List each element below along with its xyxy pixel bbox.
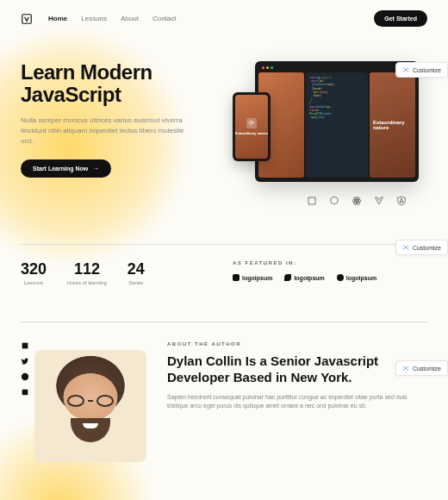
- site-logo-icon: [21, 13, 33, 25]
- laptop-pane-code: const app = () => { return ('div', {clas…: [306, 72, 368, 178]
- customize-button[interactable]: Customize: [395, 360, 448, 376]
- about-label: ABOUT THE AUTHOR: [167, 341, 427, 347]
- nav-contact[interactable]: Contact: [152, 15, 177, 22]
- customize-icon: [402, 244, 409, 251]
- node-icon: [329, 196, 339, 206]
- customize-button[interactable]: Customize: [395, 62, 448, 78]
- about-text: Sapien hendrerit consequat pulvinar hac …: [167, 393, 427, 411]
- customize-icon: [402, 365, 409, 372]
- top-nav: Home Lessons About Contact Get Started: [0, 0, 448, 37]
- logo-mark-icon: [233, 274, 240, 281]
- react-icon: [352, 196, 362, 206]
- laptop-pane-image-right: Extaordinary nature: [370, 72, 415, 178]
- twitter-icon[interactable]: [21, 357, 29, 366]
- refresh-icon: ⟳: [246, 118, 257, 128]
- phone-mockup: ⟳ Extaordinary nature: [233, 92, 271, 161]
- svg-point-3: [352, 199, 361, 203]
- svg-rect-1: [308, 197, 315, 204]
- svg-point-21: [408, 366, 408, 367]
- stat-lessons: 320 Lessons: [21, 260, 47, 285]
- featured-logo: logoipsum: [233, 274, 272, 281]
- svg-point-20: [403, 366, 404, 367]
- social-links: [21, 341, 29, 397]
- stats-section: 320 Lessons 112 Hours of learning 24 Ser…: [0, 245, 448, 301]
- hero-subtitle: Nulla semper rhoncus ultrices varius eui…: [21, 116, 184, 147]
- medium-icon[interactable]: [21, 341, 29, 350]
- svg-point-23: [408, 369, 408, 370]
- svg-point-12: [403, 71, 404, 72]
- svg-point-14: [405, 247, 407, 248]
- logo-mark-icon: [337, 274, 344, 281]
- traffic-light-red-icon: [262, 66, 264, 69]
- device-mockups: const app = () => { return ('div', {clas…: [229, 61, 419, 191]
- featured-section: AS FEATURED IN: logoipsum logoipsum logo…: [233, 260, 427, 281]
- svg-point-17: [403, 248, 404, 249]
- facebook-icon[interactable]: [21, 372, 29, 381]
- svg-rect-8: [22, 390, 28, 396]
- nav-lessons[interactable]: Lessons: [81, 15, 107, 22]
- angular-icon: [396, 196, 407, 206]
- linkedin-icon[interactable]: [21, 388, 29, 397]
- about-title: Dylan Collin Is a Senior Javascript Deve…: [167, 353, 427, 386]
- hero-section: Learn ModernJavaScript Nulla semper rhon…: [0, 37, 448, 223]
- js-icon: [307, 196, 317, 206]
- svg-point-13: [408, 71, 408, 72]
- author-photo: [34, 350, 146, 462]
- arrow-right-icon: →: [93, 166, 99, 172]
- nav-links: Home Lessons About Contact: [48, 15, 374, 22]
- featured-logo: logoipsum: [337, 274, 376, 281]
- svg-point-9: [405, 69, 407, 71]
- svg-point-22: [403, 369, 404, 370]
- customize-icon: [402, 66, 409, 73]
- start-learning-button[interactable]: Start Learning Now→: [21, 159, 111, 178]
- svg-point-7: [22, 373, 28, 380]
- svg-point-19: [405, 367, 407, 369]
- about-section: ABOUT THE AUTHOR Dylan Collin Is a Senio…: [0, 322, 448, 411]
- tech-icon-row: [229, 191, 427, 206]
- svg-rect-0: [22, 14, 32, 23]
- nav-about[interactable]: About: [121, 15, 139, 22]
- stat-series: 24 Series: [128, 260, 145, 285]
- hero-title: Learn ModernJavaScript: [21, 61, 219, 107]
- traffic-light-yellow-icon: [266, 66, 269, 69]
- svg-point-10: [403, 68, 404, 69]
- vue-icon: [374, 196, 384, 206]
- svg-point-2: [356, 200, 358, 202]
- featured-title: AS FEATURED IN:: [233, 260, 427, 266]
- svg-point-11: [408, 68, 408, 69]
- featured-logo: logoipsum: [284, 274, 324, 281]
- svg-point-18: [408, 248, 408, 249]
- customize-button[interactable]: Customize: [395, 240, 448, 255]
- get-started-button[interactable]: Get Started: [374, 10, 427, 27]
- svg-rect-6: [22, 343, 28, 349]
- traffic-light-green-icon: [271, 66, 273, 69]
- laptop-mockup: const app = () => { return ('div', {clas…: [255, 61, 419, 182]
- logo-mark-icon: [284, 274, 291, 281]
- svg-point-16: [408, 246, 408, 247]
- stat-hours: 112 Hours of learning: [67, 260, 107, 285]
- svg-point-15: [403, 246, 404, 247]
- nav-home[interactable]: Home: [48, 15, 67, 22]
